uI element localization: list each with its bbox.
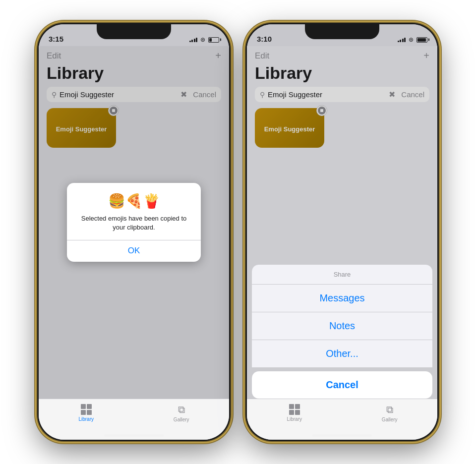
- signal-bars-icon-right: [398, 38, 406, 42]
- right-phone: 3:10 ⊛ Ed: [245, 23, 439, 441]
- tab-gallery-label-right: Gallery: [382, 417, 398, 422]
- library-icon-right: [289, 404, 300, 415]
- signal-bars-icon: [189, 38, 198, 42]
- tab-bar-right: Library ⧉ Gallery: [247, 399, 437, 440]
- library-icon: [81, 404, 92, 415]
- alert-emojis: 🍔🍕🍟: [75, 193, 193, 209]
- alert-dialog: 🍔🍕🍟 Selected emojis have been copied to …: [67, 183, 201, 262]
- gallery-icon-right: ⧉: [386, 404, 393, 415]
- alert-overlay: 🍔🍕🍟 Selected emojis have been copied to …: [39, 46, 229, 399]
- tab-library[interactable]: Library: [78, 404, 94, 422]
- share-sheet: Share Messages Notes Other... Cancel: [247, 265, 437, 399]
- tab-gallery[interactable]: ⧉ Gallery: [174, 404, 189, 422]
- status-icons: ⊛: [189, 36, 220, 43]
- tab-bar: Library ⧉ Gallery: [39, 399, 229, 440]
- app-content-right: Edit + Library ⚲ Emoji Suggester ✖ Cance…: [247, 46, 437, 399]
- tab-gallery-label: Gallery: [174, 417, 189, 422]
- tab-library-right[interactable]: Library: [287, 404, 302, 422]
- alert-ok-button[interactable]: OK: [75, 240, 193, 262]
- share-notes-button[interactable]: Notes: [252, 312, 432, 340]
- status-time-right: 3:10: [257, 35, 272, 43]
- status-time: 3:15: [49, 35, 63, 43]
- share-header: Share: [252, 265, 432, 285]
- share-messages-button[interactable]: Messages: [252, 285, 432, 312]
- tab-library-label: Library: [78, 416, 94, 422]
- wifi-icon: ⊛: [200, 36, 205, 43]
- wifi-icon-right: ⊛: [409, 36, 414, 43]
- tab-gallery-right[interactable]: ⧉ Gallery: [382, 404, 398, 422]
- tab-library-label-right: Library: [287, 416, 302, 422]
- battery-icon-right: [416, 37, 427, 43]
- share-list: Share Messages Notes Other...: [252, 265, 432, 367]
- gallery-icon: ⧉: [178, 404, 185, 415]
- status-icons-right: ⊛: [398, 36, 428, 43]
- alert-message: Selected emojis have been copied to your…: [75, 214, 193, 232]
- notch-right: [305, 24, 379, 39]
- share-other-button[interactable]: Other...: [252, 340, 432, 367]
- app-content: Edit + Library ⚲ Emoji Suggester ✖ Cance…: [39, 46, 229, 399]
- left-phone: 3:15 ⊛ Ed: [37, 23, 231, 441]
- share-cancel-button[interactable]: Cancel: [252, 371, 432, 399]
- notch: [97, 24, 171, 39]
- battery-icon: [208, 37, 219, 43]
